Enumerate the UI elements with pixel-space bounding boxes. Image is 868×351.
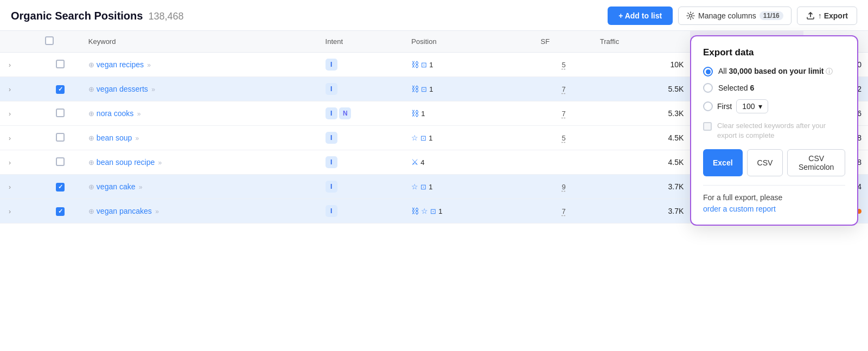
expand-arrow[interactable]: › <box>7 158 13 168</box>
row-expander[interactable]: › <box>0 199 39 224</box>
clear-checkbox <box>703 122 712 131</box>
row-checkbox-cell <box>39 77 81 101</box>
export-popup-title: Export data <box>703 47 845 58</box>
intent-cell: I <box>319 53 405 77</box>
radio-all[interactable] <box>703 67 713 76</box>
keyword-link[interactable]: nora cooks <box>97 109 133 118</box>
intent-badge: I <box>326 181 337 193</box>
custom-report-link[interactable]: order a custom report <box>703 205 776 213</box>
row-checkbox-cell <box>39 150 81 175</box>
row-checkbox[interactable] <box>56 207 65 216</box>
intent-badge: I <box>326 205 337 217</box>
first-count-value: 100 <box>742 102 755 111</box>
keyword-link[interactable]: vegan pancakes <box>97 207 152 215</box>
row-expander[interactable]: › <box>0 53 39 77</box>
expand-arrow[interactable]: › <box>7 182 13 192</box>
keyword-link[interactable]: bean soup <box>97 133 132 142</box>
keyword-chevrons: » <box>154 208 159 215</box>
traffic-cell: 4.5K <box>593 126 691 150</box>
intent-badge: I <box>326 132 337 144</box>
row-checkbox[interactable] <box>56 157 65 166</box>
intent-badge: I <box>326 156 337 168</box>
th-keyword: Keyword <box>82 31 319 53</box>
export-buttons: Excel CSV CSV Semicolon <box>703 149 845 176</box>
row-checkbox[interactable] <box>56 109 65 117</box>
plus-circle-icon: ⊕ <box>88 110 94 118</box>
row-expander[interactable]: › <box>0 175 39 199</box>
row-checkbox[interactable] <box>56 85 65 94</box>
export-divider <box>703 185 845 186</box>
th-sf: SF <box>534 31 593 53</box>
position-icons: ⛓⊡ 1 <box>411 85 527 93</box>
manage-columns-button[interactable]: Manage columns 11/16 <box>678 7 792 25</box>
traffic-cell: 3.7K <box>593 199 691 224</box>
th-checkbox[interactable] <box>39 31 81 53</box>
keyword-link[interactable]: vegan desserts <box>97 85 148 93</box>
keyword-link[interactable]: vegan recipes <box>97 60 144 69</box>
row-checkbox[interactable] <box>56 133 65 142</box>
link-icon: ⛓ <box>411 207 419 215</box>
image-icon: ⊡ <box>420 183 426 191</box>
image-icon: ⊡ <box>430 207 436 215</box>
intent-cell: I <box>319 77 405 101</box>
position-value: 1 <box>429 61 433 69</box>
csv-button[interactable]: CSV <box>747 149 783 176</box>
traffic-value: 5.5K <box>668 85 684 93</box>
keyword-cell: ⊕vegan cake » <box>82 175 319 199</box>
keyword-link[interactable]: vegan cake <box>97 182 136 191</box>
row-checkbox[interactable] <box>56 60 65 68</box>
link-icon: ⛓ <box>411 85 419 93</box>
radio-selected[interactable] <box>703 83 713 93</box>
row-expander[interactable]: › <box>0 126 39 150</box>
keyword-link[interactable]: bean soup recipe <box>97 158 155 167</box>
sf-cell: 5 <box>534 126 593 150</box>
sf-value: 7 <box>562 207 566 215</box>
radio-row-selected[interactable]: Selected 6 <box>703 83 845 93</box>
export-button[interactable]: ↑ Export <box>797 7 857 25</box>
row-expander[interactable]: › <box>0 101 39 126</box>
clear-row: Clear selected keywords after your expor… <box>703 121 845 141</box>
intent-badge: I <box>326 59 337 71</box>
sf-value: 9 <box>562 183 566 191</box>
keyword-chevrons: » <box>137 183 142 191</box>
csv-semicolon-button[interactable]: CSV Semicolon <box>787 149 845 176</box>
radio-row-all[interactable]: All 30,000 based on your limitⓘ <box>703 67 845 76</box>
sf-value: 5 <box>562 61 566 69</box>
export-radio-group: All 30,000 based on your limitⓘ Selected… <box>703 67 845 113</box>
traffic-cell: 4.5K <box>593 150 691 175</box>
sf-cell: 5 <box>534 53 593 77</box>
keyword-chevrons: » <box>150 86 155 93</box>
first-count-dropdown[interactable]: 100 ▾ <box>736 99 768 113</box>
expand-arrow[interactable]: › <box>7 207 13 216</box>
radio-first[interactable] <box>703 101 713 111</box>
position-cell: ⛓☆⊡ 1 <box>405 199 534 224</box>
add-to-list-button[interactable]: + Add to list <box>608 7 673 25</box>
excel-button[interactable]: Excel <box>703 149 743 176</box>
position-icons: ⛓ 1 <box>411 109 527 118</box>
position-icons: ☆⊡ 1 <box>411 133 527 142</box>
traffic-value: 10K <box>670 60 684 69</box>
export-label: ↑ Export <box>818 11 848 20</box>
radio-selected-label: Selected 6 <box>718 84 754 92</box>
svg-point-0 <box>690 15 692 17</box>
expand-arrow[interactable]: › <box>7 133 13 143</box>
keyword-cell: ⊕bean soup » <box>82 126 319 150</box>
position-value: 4 <box>420 158 424 167</box>
row-expander[interactable]: › <box>0 77 39 101</box>
traffic-value: 4.5K <box>668 158 684 167</box>
th-intent: Intent <box>319 31 405 53</box>
row-expander[interactable]: › <box>0 150 39 175</box>
radio-row-first[interactable]: First 100 ▾ <box>703 99 845 113</box>
traffic-value: 3.7K <box>668 207 684 215</box>
expand-arrow[interactable]: › <box>7 85 13 94</box>
row-checkbox[interactable] <box>56 183 65 192</box>
plus-circle-icon: ⊕ <box>88 61 94 69</box>
header-row: Organic Search Positions 138,468 + Add t… <box>0 0 868 30</box>
keyword-chevrons: » <box>135 110 141 118</box>
select-all-checkbox[interactable] <box>45 36 54 45</box>
chevron-down-icon: ▾ <box>758 102 762 111</box>
row-checkbox-cell <box>39 53 81 77</box>
expand-arrow[interactable]: › <box>7 109 13 119</box>
keyword-cell: ⊕vegan recipes » <box>82 53 319 77</box>
expand-arrow[interactable]: › <box>7 60 13 70</box>
